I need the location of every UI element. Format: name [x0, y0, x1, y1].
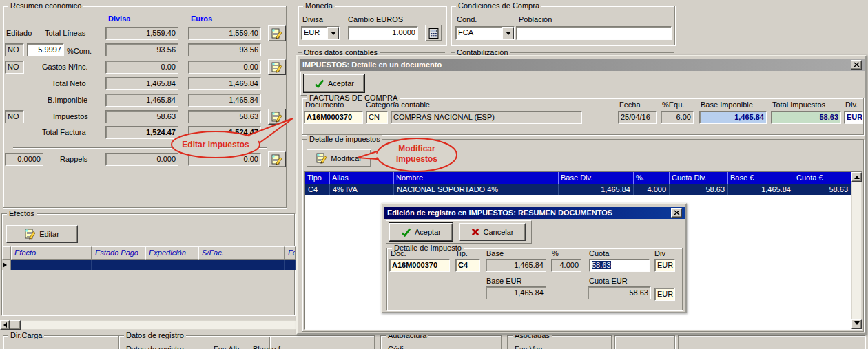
impuestos-dialog-titlebar[interactable]: IMPUESTOS: Detalle en un documento — [300, 59, 865, 71]
tip-field[interactable]: C4 — [455, 259, 480, 272]
total-factura-divisa-field: 1,524.47 — [105, 126, 178, 139]
bottom-panel-small — [614, 335, 675, 349]
modificar-button[interactable]: Modificar — [307, 149, 371, 167]
cuota-eur-field: 58.63 — [588, 286, 651, 299]
col-expedicion[interactable]: Expedición — [145, 246, 198, 260]
poblacion-label: Población — [519, 13, 552, 26]
row-label: Rappels — [60, 153, 87, 166]
cell-tipo: C4 — [305, 184, 330, 195]
editar-efectos-button[interactable]: Editar — [6, 225, 78, 243]
cuota-eur-label: Cuota EUR — [589, 277, 628, 286]
rappels-euros-field[interactable]: 0.00 — [188, 153, 261, 166]
aceptar-label: Aceptar — [415, 228, 441, 236]
categoria-desc-field: COMPRAS NACIONAL (ESP) — [391, 111, 582, 124]
div-label: Div. — [845, 100, 858, 109]
total-lineas-euros-field[interactable]: 1,559.40 — [188, 27, 261, 40]
impuestos-table-row[interactable]: C4 4% IVA NACIONAL SOPORTADO 4% 1,465.84… — [305, 184, 851, 195]
col-base-div[interactable]: Base Div. — [559, 172, 634, 184]
col-base-eur[interactable]: Base € — [728, 172, 794, 184]
col-alias[interactable]: Alias — [330, 172, 394, 184]
row-label: Total Factura — [42, 126, 86, 139]
cuota-field[interactable]: 58.63 — [589, 259, 650, 272]
edit-gastos-button[interactable] — [268, 59, 286, 75]
editado-gastos-flag: NO — [5, 61, 24, 74]
div-eur-field[interactable]: EUR — [654, 288, 675, 301]
documento-field[interactable]: A16M000370 — [304, 111, 363, 124]
col-pct[interactable]: %. — [634, 172, 670, 184]
rappels-rate-field[interactable]: 0.0000 — [5, 153, 43, 166]
total-impuestos-field: 58.63 — [771, 111, 841, 124]
efectos-selected-row[interactable] — [2, 260, 296, 270]
col-cuota-div[interactable]: Cuota Div. — [670, 172, 728, 184]
chevron-down-icon[interactable] — [502, 27, 514, 39]
cond-value: FCA — [456, 27, 502, 39]
com-rate-field[interactable]: 5.9997 — [27, 43, 64, 56]
edit-total-lineas-button[interactable] — [268, 25, 286, 41]
bimponible-euros-field: 1,465.84 — [188, 94, 261, 107]
cell — [285, 260, 296, 270]
close-button[interactable] — [671, 208, 682, 218]
categoria-label: Categoría contable — [366, 100, 430, 109]
impuestos-euros-field[interactable]: 58.63 — [188, 110, 261, 123]
gastos-divisa-field[interactable]: 0.00 — [105, 61, 178, 74]
fecha-field: 25/04/16 — [618, 111, 657, 124]
divisa-combo[interactable]: EUR — [301, 26, 340, 40]
total-lineas-divisa-field[interactable]: 1,559.40 — [105, 27, 178, 40]
hscroll-thumb[interactable] — [10, 320, 21, 330]
cell — [11, 260, 92, 270]
vscroll-up-button[interactable] — [851, 172, 862, 182]
close-icon — [854, 62, 860, 67]
rappels-divisa-field[interactable]: 0.000 — [105, 153, 178, 166]
application-window: { "colors":{"accent_blue":"#0000ff","gri… — [0, 0, 868, 349]
datos-registro-field-label: Datos de registro — [126, 343, 184, 349]
cambio-field[interactable]: 1.0000 — [348, 26, 418, 40]
chevron-down-icon[interactable] — [327, 27, 339, 39]
div-field[interactable]: EUR — [654, 259, 675, 272]
aceptar-button[interactable]: Aceptar — [304, 74, 364, 92]
cell-base-eur: 1,465.84 — [728, 184, 794, 195]
pct-label: % — [552, 249, 559, 258]
row-label: Gastos N/Inc. — [42, 61, 88, 74]
poblacion-field[interactable] — [516, 26, 672, 40]
col-sfac[interactable]: S/Fac. — [198, 246, 285, 260]
divisa-value: EUR — [302, 27, 327, 39]
edit-impuestos-button[interactable] — [268, 109, 286, 125]
hscroll-left-button[interactable] — [0, 320, 10, 330]
calculator-button[interactable] — [425, 25, 442, 41]
selected-text: 58.63 — [592, 261, 611, 269]
row-label: Impuestos — [53, 110, 88, 123]
total-factura-euros-field: 1,524.47 — [188, 126, 261, 139]
col-fecha[interactable]: Fe — [285, 246, 296, 260]
hscroll-track[interactable] — [21, 320, 296, 330]
doc-field[interactable]: A16M000370 — [389, 259, 450, 272]
vscroll-down-button[interactable] — [851, 319, 862, 329]
close-button[interactable] — [851, 60, 862, 70]
col-estado-pago[interactable]: Estado Pago — [92, 246, 145, 260]
edit-rappels-button[interactable] — [268, 151, 286, 167]
vscroll-track[interactable] — [851, 182, 862, 319]
cross-icon — [471, 228, 479, 236]
col-efecto[interactable]: Efecto — [11, 246, 92, 260]
divider — [13, 147, 267, 149]
edicion-dialog-titlebar[interactable]: Edición de registro en IMPUESTOS: RESUME… — [384, 207, 685, 219]
col-tipo[interactable]: Tipo — [305, 172, 330, 184]
aceptar-label: Aceptar — [328, 79, 354, 87]
edicion-aceptar-button[interactable]: Aceptar — [389, 223, 453, 241]
editado-label: Editado — [6, 27, 32, 40]
base-eur-label: Base EUR — [486, 277, 521, 286]
categoria-code-field[interactable]: CN — [366, 111, 388, 124]
gastos-euros-field[interactable]: 0.00 — [188, 61, 261, 74]
col-nombre[interactable]: Nombre — [394, 172, 559, 184]
calculator-icon — [428, 28, 439, 39]
asociadas-panel: Asociadas Fac.Ven — [507, 335, 612, 349]
edit-note-icon — [271, 154, 282, 165]
impuestos-divisa-field[interactable]: 58.63 — [105, 110, 178, 123]
cond-combo[interactable]: FCA — [455, 26, 515, 40]
edicion-cancelar-button[interactable]: Cancelar — [459, 223, 526, 241]
cuota-label: Cuota — [589, 249, 609, 258]
column-header-divisa: Divisa — [108, 14, 130, 23]
com-divisa-field[interactable]: 93.56 — [105, 43, 178, 56]
col-cuota-eur[interactable]: Cuota € — [794, 172, 851, 184]
com-euros-field[interactable]: 93.56 — [188, 43, 261, 56]
cell-cuota-eur: 58.63 — [794, 184, 851, 195]
